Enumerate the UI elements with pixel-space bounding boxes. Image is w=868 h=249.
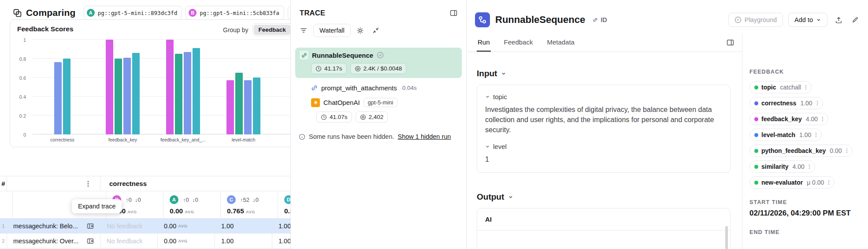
chart-bar[interactable] [226,80,234,134]
y-tick-label: 0.2 [19,113,26,119]
tab-run[interactable]: Run [477,33,491,52]
experiment-summary-cell[interactable]: A↑0 ↓00.00AVG [163,191,221,219]
experiment-summary-cell[interactable]: C↑52 ↓00.765AVG [221,191,278,219]
feedback-chip[interactable]: topiccatchall [749,81,812,93]
tab-feedback[interactable]: Feedback [503,33,534,52]
column-menu-icon[interactable] [82,178,94,190]
duration-chip: 41.07s [316,111,352,123]
feedback-chip[interactable]: level-match1.00 [749,129,822,141]
experiment-tag[interactable]: Bpg::gpt-5-mini::5cb833fa [185,6,284,20]
row-input-text: messagechunk: Belo... [13,223,84,230]
add-to-button[interactable]: Add to [788,13,827,27]
feedback-heading: FEEDBACK [749,69,861,75]
chart-bar[interactable] [54,62,62,134]
trace-row-prompt[interactable]: prompt_with_attachments 0.04s [311,84,466,92]
feedback-name: python_feedback_key [761,147,826,154]
trace-toolbar: Waterfall [298,24,466,37]
field-key-row[interactable]: topic [485,93,722,100]
run-id-chip[interactable]: ID [592,16,607,23]
output-section-heading[interactable]: Output [477,192,731,202]
chart-bar[interactable] [253,78,260,134]
regression-counts: ↑0 ↓0 [183,197,198,203]
show-hidden-runs-link[interactable]: Show 1 hidden run [397,133,451,140]
feedback-chip[interactable]: feedback_key4.00 [749,113,828,125]
table-subheader: B↑0 ↓00.00AVGA↑0 ↓00.00AVGC↑52 ↓00.765AV… [0,191,290,219]
collapse-all-icon[interactable] [370,25,382,36]
experiment-tag[interactable]: Apg::gpt-5-mini::893dc3fd [84,6,182,20]
table-subheader-row: B↑0 ↓00.00AVGA↑0 ↓00.00AVGC↑52 ↓00.765AV… [106,191,290,219]
chart-bar[interactable] [63,59,70,134]
chart-bar[interactable] [184,52,191,134]
feedback-chip[interactable]: similarity4.00 [749,160,815,173]
playground-button[interactable]: Playground [728,13,783,27]
more-icon [828,180,830,185]
table-row[interactable]: 2messagechunk: Over...No feedback0.00AVG… [0,234,290,249]
split-panel-icon[interactable] [724,37,736,48]
experiment-summary-cell[interactable]: D↑0 ↓00.80AVG [278,191,290,219]
expand-trace-button[interactable] [87,223,94,230]
trace-row-chatopenai[interactable]: ChatOpenAI gpt-5-mini [311,98,466,107]
experiment-letter-badge: D [284,195,290,204]
chevron-down-icon [485,144,490,149]
share-icon[interactable] [833,14,844,26]
feedback-chip[interactable]: python_feedback_key0.00 [749,145,853,157]
feedback-chip[interactable]: new-evaluatorμ 0.00 [749,176,835,189]
scrollbar-thumb[interactable] [725,226,728,249]
subheader-corner [0,191,13,219]
more-icon [816,100,818,106]
trace-row-runnable-sequence[interactable]: RunnableSequence 41.17s 2.4K / $0.0048 [295,48,462,78]
score-cell: 0.00AVG [158,234,215,249]
expand-trace-button[interactable] [87,238,94,245]
trace-title: TRACE [300,9,325,17]
score-cell: 1.00 [215,234,272,249]
detail-body: RunFeedbackMetadata Input topicInvestiga… [467,33,868,249]
field-key-row[interactable]: level [485,143,722,150]
x-axis-label: correctness [32,137,93,142]
check-circle-icon [377,52,384,59]
more-icon [822,116,823,122]
tokens-cost-chip: 2.4K / $0.0048 [350,63,407,74]
feedback-value: 4.00 [806,115,818,123]
collapse-panel-icon[interactable] [448,7,459,19]
feedback-name: feedback_key [761,115,802,123]
more-icon [815,132,817,138]
tab-metadata[interactable]: Metadata [546,33,575,52]
experiment-average: 0.765AVG [227,207,271,215]
input-section-heading[interactable]: Input [477,69,731,78]
chart-bar[interactable] [115,59,122,134]
edit-icon[interactable] [849,14,861,26]
input-column-header [7,176,100,191]
table-row[interactable]: 1messagechunk: Belo...No feedback0.00AVG… [0,219,290,234]
x-axis-label: n... [274,137,290,142]
chart-bar[interactable] [166,40,174,134]
filter-icon[interactable] [298,25,309,36]
feedback-chip[interactable]: correctness1.00 [749,97,823,109]
end-time-label: END TIME [749,229,861,235]
run-io-scroll[interactable]: Input topicInvestigates the complexities… [467,52,742,249]
chatopenai-stats: 41.07s 2,402 [316,111,466,123]
experiment-average: 0.00AVG [170,207,214,215]
bar-group: correctness [32,40,93,134]
chart-bar[interactable] [235,73,243,134]
gear-icon[interactable] [355,25,366,36]
group-by-option[interactable]: Feedback [254,25,290,35]
waterfall-view-button[interactable]: Waterfall [313,24,351,37]
x-axis-label: feedback_key [93,137,153,142]
experiment-letter-badge: A [87,9,95,17]
experiment-average: 0.80AVG [284,207,290,215]
feedback-name: correctness [761,100,796,107]
feedback-name: topic [761,84,776,91]
chart-bar[interactable] [123,58,131,134]
feedback-scores-card: Feedback Scores Group by FeedbackE 00.20… [10,19,290,147]
feedback-column-header[interactable]: correctness [100,176,290,191]
feedback-dot [754,181,758,185]
chart-bar[interactable] [106,40,113,134]
score-cell: No feedback [100,234,158,249]
experiment-summary-top: A↑0 ↓0 [170,195,214,204]
chart-bar[interactable] [132,53,140,134]
feedback-value: μ 0.00 [807,179,824,186]
chart-bar[interactable] [193,48,200,134]
bar-group: n... [274,40,290,134]
chart-bar[interactable] [175,54,182,134]
chart-bar[interactable] [244,80,252,134]
